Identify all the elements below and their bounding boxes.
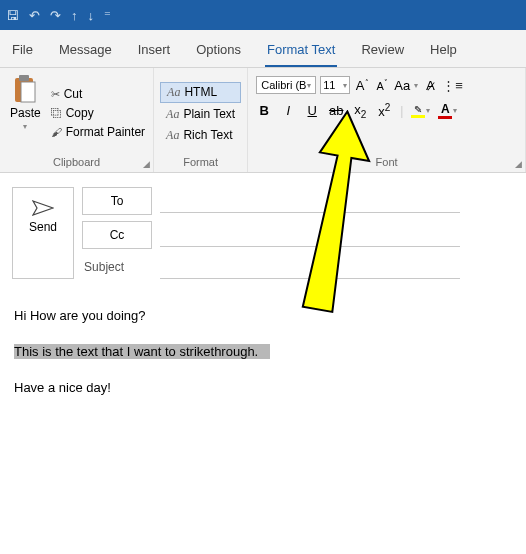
- tab-message[interactable]: Message: [57, 38, 114, 67]
- html-label: HTML: [184, 85, 217, 99]
- send-button[interactable]: Send: [12, 187, 74, 279]
- cut-label: Cut: [64, 87, 83, 101]
- more-font-icon[interactable]: ⋮≡: [442, 78, 458, 93]
- font-family-value: Calibri (B: [261, 79, 306, 91]
- shrink-font-button[interactable]: A˅: [374, 79, 390, 92]
- brush-icon: 🖌: [51, 126, 62, 138]
- save-icon[interactable]: 🖫: [6, 8, 19, 23]
- cc-input[interactable]: [160, 223, 460, 247]
- clear-format-button[interactable]: A̷: [422, 78, 438, 93]
- group-font: Calibri (B ▾ 11 ▾ A˄ A˅ Aa ▾ A̷ ⋮≡ B I U…: [248, 68, 526, 172]
- up-icon[interactable]: ↑: [71, 8, 78, 23]
- group-format: Aa HTML Aa Plain Text Aa Rich Text Forma…: [154, 68, 248, 172]
- format-painter-label: Format Painter: [66, 125, 145, 139]
- aa-prefix: Aa: [167, 85, 180, 100]
- to-button[interactable]: To: [82, 187, 152, 215]
- send-label: Send: [29, 220, 57, 234]
- more-icon[interactable]: ⁼: [104, 8, 111, 23]
- html-format-button[interactable]: Aa HTML: [160, 82, 241, 103]
- undo-icon[interactable]: ↶: [29, 8, 40, 23]
- superscript-button[interactable]: x2: [376, 102, 392, 119]
- cut-icon: ✂: [51, 88, 60, 101]
- body-line: Have a nice day!: [14, 379, 512, 397]
- format-painter-button[interactable]: 🖌 Format Painter: [49, 124, 147, 140]
- change-case-button[interactable]: Aa: [394, 78, 410, 93]
- font-launcher-icon[interactable]: ◢: [515, 159, 522, 169]
- tab-file[interactable]: File: [10, 38, 35, 67]
- cc-button[interactable]: Cc: [82, 221, 152, 249]
- strikethrough-button[interactable]: ab: [328, 103, 344, 118]
- down-icon[interactable]: ↓: [88, 8, 95, 23]
- font-size-select[interactable]: 11 ▾: [320, 76, 350, 94]
- svg-rect-2: [21, 82, 35, 102]
- plain-label: Plain Text: [183, 107, 235, 121]
- chevron-down-icon: ▾: [426, 106, 430, 115]
- rich-label: Rich Text: [183, 128, 232, 142]
- subject-input[interactable]: [160, 255, 460, 279]
- aa-prefix: Aa: [166, 128, 179, 143]
- bold-button[interactable]: B: [256, 103, 272, 118]
- font-size-value: 11: [323, 79, 335, 91]
- clipboard-launcher-icon[interactable]: ◢: [143, 159, 150, 169]
- grow-font-button[interactable]: A˄: [354, 78, 370, 93]
- tab-help[interactable]: Help: [428, 38, 459, 67]
- subject-label: Subject: [82, 260, 152, 274]
- chevron-down-icon: ▾: [343, 81, 347, 90]
- ribbon-tabs: File Message Insert Options Format Text …: [0, 30, 526, 68]
- selected-text: This is the text that I want to striketh…: [14, 344, 270, 359]
- body-line: Hi How are you doing?: [14, 307, 512, 325]
- ribbon: Paste ▾ ✂ Cut ⿻ Copy 🖌 Format Painter Cl…: [0, 68, 526, 173]
- italic-button[interactable]: I: [280, 103, 296, 118]
- font-group-label: Font: [254, 154, 519, 170]
- chevron-down-icon: ▾: [23, 122, 27, 131]
- format-group-label: Format: [160, 154, 241, 170]
- tab-format-text[interactable]: Format Text: [265, 38, 337, 67]
- send-icon: [32, 200, 54, 216]
- divider: |: [400, 104, 403, 118]
- body-line-selected: This is the text that I want to striketh…: [14, 343, 512, 361]
- highlight-color: [411, 115, 425, 118]
- pen-icon: ✎: [414, 104, 422, 115]
- to-input[interactable]: [160, 189, 460, 213]
- redo-icon[interactable]: ↷: [50, 8, 61, 23]
- font-color-button[interactable]: A ▾: [438, 102, 457, 119]
- group-clipboard: Paste ▾ ✂ Cut ⿻ Copy 🖌 Format Painter Cl…: [0, 68, 154, 172]
- rich-text-button[interactable]: Aa Rich Text: [160, 126, 241, 145]
- paste-label: Paste: [10, 106, 41, 120]
- underline-button[interactable]: U: [304, 103, 320, 118]
- message-body[interactable]: Hi How are you doing? This is the text t…: [0, 287, 526, 436]
- subscript-button[interactable]: x2: [352, 102, 368, 120]
- copy-button[interactable]: ⿻ Copy: [49, 105, 147, 121]
- tab-insert[interactable]: Insert: [136, 38, 173, 67]
- cut-button[interactable]: ✂ Cut: [49, 86, 147, 102]
- tab-review[interactable]: Review: [359, 38, 406, 67]
- font-color-a: A: [441, 102, 450, 116]
- chevron-down-icon: ▾: [414, 81, 418, 90]
- aa-prefix: Aa: [166, 107, 179, 122]
- copy-icon: ⿻: [51, 107, 62, 119]
- chevron-down-icon: ▾: [307, 81, 311, 90]
- compose-header: Send To Cc Subject: [0, 173, 526, 287]
- paste-icon: [12, 74, 38, 104]
- paste-button[interactable]: Paste ▾: [6, 72, 45, 154]
- quick-access-toolbar: 🖫 ↶ ↷ ↑ ↓ ⁼: [0, 0, 526, 30]
- font-family-select[interactable]: Calibri (B ▾: [256, 76, 316, 94]
- plain-text-button[interactable]: Aa Plain Text: [160, 105, 241, 124]
- font-color: [438, 116, 452, 119]
- svg-rect-1: [19, 75, 29, 81]
- chevron-down-icon: ▾: [453, 106, 457, 115]
- copy-label: Copy: [66, 106, 94, 120]
- tab-options[interactable]: Options: [194, 38, 243, 67]
- clipboard-group-label: Clipboard: [6, 154, 147, 170]
- highlight-button[interactable]: ✎ ▾: [411, 104, 430, 118]
